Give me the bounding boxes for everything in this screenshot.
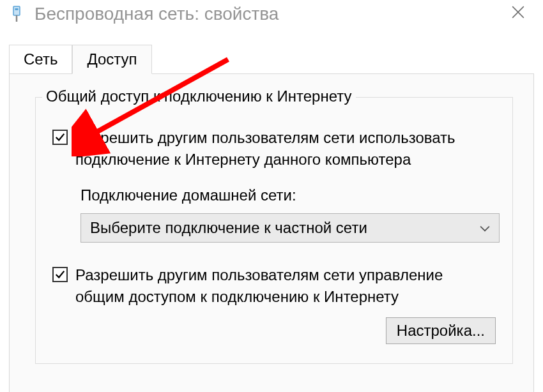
ics-groupbox: Общий доступ к подключению к Интернету Р… — [35, 97, 513, 364]
button-label: Настройка... — [397, 322, 485, 339]
allow-control-row: Разрешить другим пользователям сети упра… — [52, 264, 496, 307]
chevron-down-icon — [480, 222, 490, 235]
tab-network[interactable]: Сеть — [9, 45, 72, 74]
groupbox-legend: Общий доступ к подключению к Интернету — [42, 87, 356, 105]
settings-button[interactable]: Настройка... — [386, 317, 496, 344]
dropdown-value: Выберите подключение к частной сети — [90, 219, 367, 237]
titlebar: Беспроводная сеть: свойства — [0, 0, 543, 31]
allow-sharing-checkbox[interactable] — [52, 130, 68, 145]
svg-rect-2 — [15, 8, 19, 10]
allow-sharing-row: Разрешить другим пользователям сети испо… — [52, 127, 496, 170]
tab-label: Сеть — [24, 50, 57, 68]
window-title: Беспроводная сеть: свойства — [34, 4, 500, 24]
tab-sharing[interactable]: Доступ — [72, 45, 151, 74]
allow-sharing-label: Разрешить другим пользователям сети испо… — [75, 127, 496, 170]
checkmark-icon — [54, 132, 66, 143]
tab-strip: Сеть Доступ — [9, 45, 543, 74]
home-connection-block: Подключение домашней сети: Выберите подк… — [80, 186, 496, 243]
close-icon[interactable] — [500, 4, 537, 22]
settings-button-row: Настройка... — [52, 317, 496, 344]
network-adapter-icon — [9, 5, 24, 23]
svg-rect-0 — [13, 6, 20, 15]
allow-control-checkbox[interactable] — [52, 267, 68, 282]
checkmark-icon — [54, 269, 66, 280]
allow-control-label: Разрешить другим пользователям сети упра… — [75, 264, 496, 307]
home-connection-dropdown[interactable]: Выберите подключение к частной сети — [80, 213, 500, 243]
tab-panel-sharing: Общий доступ к подключению к Интернету Р… — [9, 73, 534, 392]
home-connection-label: Подключение домашней сети: — [80, 186, 496, 204]
tab-label: Доступ — [87, 50, 137, 68]
